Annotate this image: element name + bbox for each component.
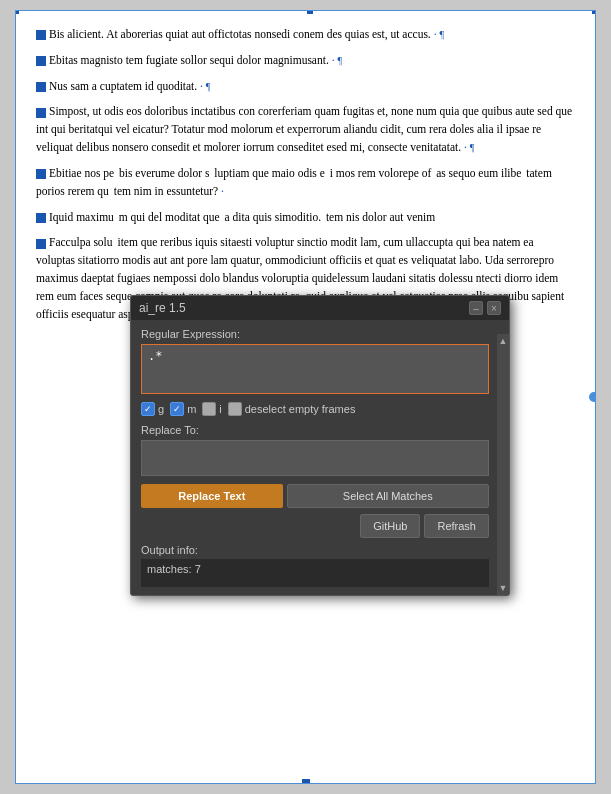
para-text-2: Ebitas magnisto tem fugiate sollor sequi… — [49, 54, 329, 66]
bullet-2 — [36, 56, 46, 66]
checkbox-m-label: m — [187, 403, 196, 415]
para-text-5: Ebitiae nos pe bis everume dolor s lupti… — [36, 167, 552, 197]
modal-scrollbar[interactable]: ▲ ▼ — [497, 334, 509, 595]
bullet-7 — [36, 239, 46, 249]
checkbox-g-box[interactable]: ✓ — [141, 402, 155, 416]
selection-handle-r — [589, 392, 596, 402]
deselect-empty-label: deselect empty frames — [245, 403, 356, 415]
paragraph-3: Nus sam a cuptatem id quoditat. · ¶ — [36, 78, 575, 96]
refresh-button[interactable]: Refrash — [424, 514, 489, 538]
output-value: matches: 7 — [147, 563, 201, 575]
scroll-up-arrow[interactable]: ▲ — [499, 336, 508, 346]
para-text-1: Bis alicient. At aborerias quiat aut off… — [49, 28, 431, 40]
checkbox-i-label: i — [219, 403, 221, 415]
dot-sep-1: · — [434, 28, 437, 40]
bullet-1 — [36, 30, 46, 40]
output-info: matches: 7 — [141, 559, 489, 587]
regex-label: Regular Expression: — [141, 328, 489, 340]
dot-sep-4: · — [464, 141, 467, 153]
deselect-empty[interactable]: deselect empty frames — [228, 402, 356, 416]
modal-body: Regular Expression: .* ✓ g ✓ m i deselec… — [131, 320, 509, 595]
modal-close-btn[interactable]: × — [487, 301, 501, 315]
select-all-button[interactable]: Select All Matches — [287, 484, 489, 508]
dot-sep-3: · — [200, 80, 203, 92]
modal-window-controls: – × — [469, 301, 501, 315]
bullet-4 — [36, 108, 46, 118]
output-label: Output info: — [141, 544, 198, 556]
para-text-4: Simpost, ut odis eos doloribus inctatibu… — [36, 105, 572, 153]
para-text-6: Iquid maximu m qui del moditat que a dit… — [49, 211, 435, 223]
github-button[interactable]: GitHub — [360, 514, 420, 538]
scroll-down-arrow[interactable]: ▼ — [499, 583, 508, 593]
modal-title: ai_re 1.5 — [139, 301, 186, 315]
para-mark-2: ¶ — [337, 55, 342, 66]
selection-handle-tr — [591, 10, 596, 15]
secondary-buttons: GitHub Refrash — [141, 514, 489, 538]
paragraph-1: Bis alicient. At aborerias quiat aut off… — [36, 26, 575, 44]
replace-to-label: Replace To: — [141, 424, 489, 436]
paragraph-5: Ebitiae nos pe bis everume dolor s lupti… — [36, 165, 575, 201]
regex-replace-modal: ai_re 1.5 – × Regular Expression: .* ✓ g… — [130, 295, 510, 596]
replace-to-input[interactable] — [141, 440, 489, 476]
dot-sep-2: · — [332, 54, 335, 66]
regex-input[interactable]: .* — [141, 344, 489, 394]
paragraph-4: Simpost, ut odis eos doloribus inctatibu… — [36, 103, 575, 156]
bullet-5 — [36, 169, 46, 179]
selection-handle-tl — [15, 10, 20, 15]
checkbox-row: ✓ g ✓ m i deselect empty frames — [141, 402, 489, 416]
checkbox-g[interactable]: ✓ g — [141, 402, 164, 416]
bullet-6 — [36, 213, 46, 223]
paragraph-2: Ebitas magnisto tem fugiate sollor sequi… — [36, 52, 575, 70]
selection-handle-bm — [302, 779, 310, 784]
para-text-3: Nus sam a cuptatem id quoditat. — [49, 80, 197, 92]
replace-text-button[interactable]: Replace Text — [141, 484, 283, 508]
modal-titlebar: ai_re 1.5 – × — [131, 296, 509, 320]
bullet-3 — [36, 82, 46, 92]
dot-sep-5: · — [221, 185, 224, 197]
paragraph-6: Iquid maximu m qui del moditat que a dit… — [36, 209, 575, 227]
para-mark-3: ¶ — [206, 81, 211, 92]
modal-minimize-btn[interactable]: – — [469, 301, 483, 315]
action-buttons: Replace Text Select All Matches — [141, 484, 489, 508]
deselect-empty-box[interactable] — [228, 402, 242, 416]
output-row: Output info: — [141, 544, 489, 556]
para-mark-4: ¶ — [470, 142, 475, 153]
regex-value: .* — [148, 349, 162, 363]
selection-handle-tm — [306, 10, 314, 15]
para-mark-1: ¶ — [439, 29, 444, 40]
checkbox-i[interactable]: i — [202, 402, 221, 416]
checkbox-g-label: g — [158, 403, 164, 415]
checkbox-i-box[interactable] — [202, 402, 216, 416]
checkbox-m[interactable]: ✓ m — [170, 402, 196, 416]
checkbox-m-box[interactable]: ✓ — [170, 402, 184, 416]
